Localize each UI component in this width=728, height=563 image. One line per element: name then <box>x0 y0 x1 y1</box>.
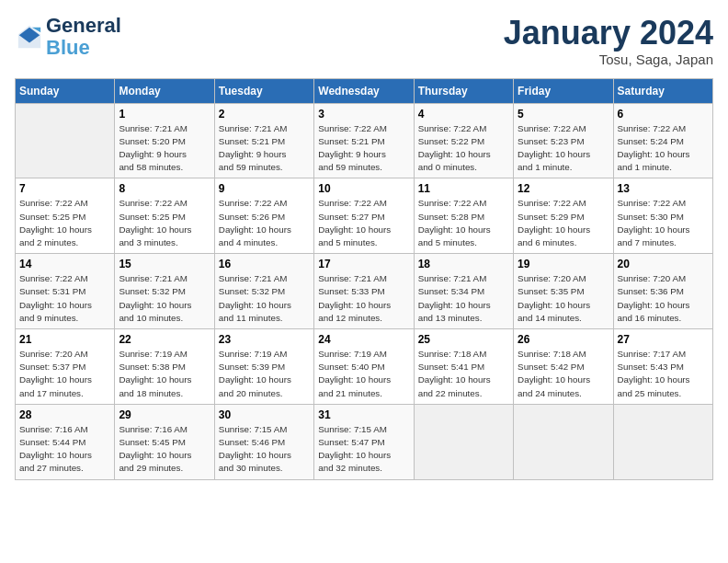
day-cell: 18Sunrise: 7:21 AMSunset: 5:34 PMDayligh… <box>414 254 513 329</box>
day-number: 26 <box>518 333 609 346</box>
day-info: Sunrise: 7:15 AMSunset: 5:46 PMDaylight:… <box>219 423 310 476</box>
day-number: 23 <box>219 333 310 346</box>
day-cell <box>613 404 712 479</box>
day-number: 25 <box>418 333 509 346</box>
day-cell: 13Sunrise: 7:22 AMSunset: 5:30 PMDayligh… <box>613 178 712 254</box>
day-info: Sunrise: 7:20 AMSunset: 5:35 PMDaylight:… <box>518 272 609 325</box>
day-cell: 25Sunrise: 7:18 AMSunset: 5:41 PMDayligh… <box>414 329 513 405</box>
day-number: 2 <box>219 108 310 121</box>
day-info: Sunrise: 7:21 AMSunset: 5:32 PMDaylight:… <box>119 272 210 325</box>
day-info: Sunrise: 7:16 AMSunset: 5:45 PMDaylight:… <box>119 423 210 476</box>
location: Tosu, Saga, Japan <box>504 52 713 67</box>
logo-icon <box>17 24 42 50</box>
day-cell: 3Sunrise: 7:22 AMSunset: 5:21 PMDaylight… <box>314 103 414 178</box>
day-number: 20 <box>618 258 709 270</box>
day-number: 27 <box>618 333 709 346</box>
page-container: GeneralBlue January 2024 Tosu, Saga, Jap… <box>0 0 728 488</box>
day-info: Sunrise: 7:22 AMSunset: 5:21 PMDaylight:… <box>318 122 409 175</box>
day-number: 5 <box>518 108 609 121</box>
day-number: 31 <box>318 408 409 421</box>
col-wednesday: Wednesday <box>314 78 414 103</box>
day-number: 18 <box>418 258 509 270</box>
day-cell <box>414 404 513 479</box>
day-number: 9 <box>219 182 310 195</box>
day-info: Sunrise: 7:16 AMSunset: 5:44 PMDaylight:… <box>19 423 110 476</box>
day-info: Sunrise: 7:22 AMSunset: 5:25 PMDaylight:… <box>19 197 110 249</box>
day-number: 14 <box>19 258 110 270</box>
day-info: Sunrise: 7:19 AMSunset: 5:38 PMDaylight:… <box>119 348 210 400</box>
day-info: Sunrise: 7:22 AMSunset: 5:30 PMDaylight:… <box>618 197 709 249</box>
logo-text: GeneralBlue <box>46 15 121 59</box>
day-number: 8 <box>119 182 210 195</box>
day-cell: 2Sunrise: 7:21 AMSunset: 5:21 PMDaylight… <box>214 103 313 178</box>
col-tuesday: Tuesday <box>214 78 313 103</box>
calendar-body: 1Sunrise: 7:21 AMSunset: 5:20 PMDaylight… <box>16 103 713 479</box>
day-info: Sunrise: 7:19 AMSunset: 5:39 PMDaylight:… <box>219 348 310 400</box>
day-info: Sunrise: 7:22 AMSunset: 5:31 PMDaylight:… <box>19 272 110 325</box>
day-cell: 28Sunrise: 7:16 AMSunset: 5:44 PMDayligh… <box>16 404 115 479</box>
day-info: Sunrise: 7:22 AMSunset: 5:25 PMDaylight:… <box>119 197 210 249</box>
day-number: 17 <box>318 258 409 270</box>
day-cell: 22Sunrise: 7:19 AMSunset: 5:38 PMDayligh… <box>115 329 214 405</box>
logo: GeneralBlue <box>15 15 121 59</box>
day-cell: 4Sunrise: 7:22 AMSunset: 5:22 PMDaylight… <box>414 103 513 178</box>
day-info: Sunrise: 7:20 AMSunset: 5:37 PMDaylight:… <box>19 348 110 400</box>
day-info: Sunrise: 7:18 AMSunset: 5:42 PMDaylight:… <box>518 348 609 400</box>
day-number: 16 <box>219 258 310 270</box>
day-cell: 31Sunrise: 7:15 AMSunset: 5:47 PMDayligh… <box>314 404 414 479</box>
day-cell: 20Sunrise: 7:20 AMSunset: 5:36 PMDayligh… <box>613 254 712 329</box>
col-friday: Friday <box>514 78 613 103</box>
day-info: Sunrise: 7:21 AMSunset: 5:20 PMDaylight:… <box>119 122 210 175</box>
header-row: Sunday Monday Tuesday Wednesday Thursday… <box>16 78 713 103</box>
day-cell <box>16 103 115 178</box>
day-cell: 30Sunrise: 7:15 AMSunset: 5:46 PMDayligh… <box>214 404 313 479</box>
day-cell: 9Sunrise: 7:22 AMSunset: 5:26 PMDaylight… <box>214 178 313 254</box>
day-info: Sunrise: 7:22 AMSunset: 5:27 PMDaylight:… <box>318 197 409 249</box>
week-row-2: 14Sunrise: 7:22 AMSunset: 5:31 PMDayligh… <box>16 254 713 329</box>
day-number: 29 <box>119 408 210 421</box>
day-number: 28 <box>19 408 110 421</box>
week-row-4: 28Sunrise: 7:16 AMSunset: 5:44 PMDayligh… <box>16 404 713 479</box>
title-block: January 2024 Tosu, Saga, Japan <box>504 15 713 67</box>
day-cell: 12Sunrise: 7:22 AMSunset: 5:29 PMDayligh… <box>514 178 613 254</box>
day-cell: 26Sunrise: 7:18 AMSunset: 5:42 PMDayligh… <box>514 329 613 405</box>
day-info: Sunrise: 7:19 AMSunset: 5:40 PMDaylight:… <box>318 348 409 400</box>
week-row-1: 7Sunrise: 7:22 AMSunset: 5:25 PMDaylight… <box>16 178 713 254</box>
day-info: Sunrise: 7:21 AMSunset: 5:33 PMDaylight:… <box>318 272 409 325</box>
day-number: 19 <box>518 258 609 270</box>
header: GeneralBlue January 2024 Tosu, Saga, Jap… <box>15 15 713 67</box>
day-info: Sunrise: 7:18 AMSunset: 5:41 PMDaylight:… <box>418 348 509 400</box>
day-number: 15 <box>119 258 210 270</box>
col-monday: Monday <box>115 78 214 103</box>
day-info: Sunrise: 7:21 AMSunset: 5:21 PMDaylight:… <box>219 122 310 175</box>
day-number: 1 <box>119 108 210 121</box>
day-cell: 6Sunrise: 7:22 AMSunset: 5:24 PMDaylight… <box>613 103 712 178</box>
day-info: Sunrise: 7:22 AMSunset: 5:24 PMDaylight:… <box>618 122 709 175</box>
day-number: 6 <box>618 108 709 121</box>
day-info: Sunrise: 7:21 AMSunset: 5:34 PMDaylight:… <box>418 272 509 325</box>
day-cell: 10Sunrise: 7:22 AMSunset: 5:27 PMDayligh… <box>314 178 414 254</box>
day-cell <box>514 404 613 479</box>
week-row-0: 1Sunrise: 7:21 AMSunset: 5:20 PMDaylight… <box>16 103 713 178</box>
day-info: Sunrise: 7:22 AMSunset: 5:26 PMDaylight:… <box>219 197 310 249</box>
day-cell: 8Sunrise: 7:22 AMSunset: 5:25 PMDaylight… <box>115 178 214 254</box>
day-info: Sunrise: 7:17 AMSunset: 5:43 PMDaylight:… <box>618 348 709 400</box>
day-cell: 21Sunrise: 7:20 AMSunset: 5:37 PMDayligh… <box>16 329 115 405</box>
day-cell: 17Sunrise: 7:21 AMSunset: 5:33 PMDayligh… <box>314 254 414 329</box>
day-number: 11 <box>418 182 509 195</box>
day-cell: 7Sunrise: 7:22 AMSunset: 5:25 PMDaylight… <box>16 178 115 254</box>
calendar-table: Sunday Monday Tuesday Wednesday Thursday… <box>15 78 713 480</box>
day-cell: 14Sunrise: 7:22 AMSunset: 5:31 PMDayligh… <box>16 254 115 329</box>
day-cell: 1Sunrise: 7:21 AMSunset: 5:20 PMDaylight… <box>115 103 214 178</box>
day-info: Sunrise: 7:22 AMSunset: 5:22 PMDaylight:… <box>418 122 509 175</box>
day-cell: 16Sunrise: 7:21 AMSunset: 5:32 PMDayligh… <box>214 254 313 329</box>
day-number: 24 <box>318 333 409 346</box>
day-cell: 15Sunrise: 7:21 AMSunset: 5:32 PMDayligh… <box>115 254 214 329</box>
day-info: Sunrise: 7:22 AMSunset: 5:29 PMDaylight:… <box>518 197 609 249</box>
day-number: 30 <box>219 408 310 421</box>
col-saturday: Saturday <box>613 78 712 103</box>
day-cell: 19Sunrise: 7:20 AMSunset: 5:35 PMDayligh… <box>514 254 613 329</box>
day-cell: 27Sunrise: 7:17 AMSunset: 5:43 PMDayligh… <box>613 329 712 405</box>
day-cell: 11Sunrise: 7:22 AMSunset: 5:28 PMDayligh… <box>414 178 513 254</box>
day-info: Sunrise: 7:21 AMSunset: 5:32 PMDaylight:… <box>219 272 310 325</box>
